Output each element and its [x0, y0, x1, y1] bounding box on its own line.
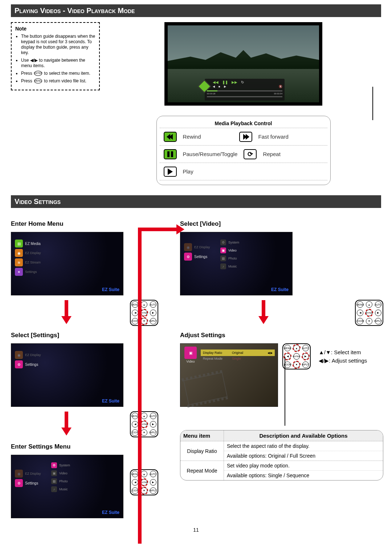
submenu-label: Photo	[228, 257, 237, 260]
ez-stream-icon: ≋	[15, 258, 23, 266]
brand-label: EZ Suite	[102, 510, 119, 515]
music-sub-icon: ♪	[220, 263, 226, 269]
brand-label: EZ Suite	[102, 287, 119, 292]
pause-label: Pause/Resume/Toggle	[181, 150, 240, 159]
setting-key: Display Ratio	[203, 351, 232, 355]
note-box: Note The button guide disappears when th…	[11, 22, 100, 90]
play-icon	[164, 167, 177, 177]
rewind-label: Rewind	[181, 132, 235, 141]
keypad-left-button: ◀	[357, 310, 363, 316]
keypad-enter-button: ENTER	[293, 353, 300, 360]
settings-gear-icon: ⚙	[15, 479, 23, 487]
home-item-label: EZ Display	[25, 251, 41, 255]
step-select-video-title: Select [Video]	[180, 220, 383, 228]
options-row-opts: Available options: Original / Full Scree…	[224, 451, 383, 461]
note-item: Press MENU to return video file list.	[21, 78, 95, 84]
keypad-left-button: ◀	[132, 479, 138, 486]
options-header-desc: Description and Available Options	[224, 430, 383, 441]
play-label: Play	[181, 167, 327, 176]
video-sub-icon: ▣	[220, 248, 226, 253]
keypad-right-button: ▶	[302, 353, 309, 360]
keypad-menu-button: MENU	[284, 345, 291, 351]
page-number: 11	[11, 527, 381, 533]
submenu-label: Video	[59, 471, 68, 475]
options-row-desc: Select the aspect ratio of the display.	[224, 441, 383, 451]
keypad-left-button: ◀	[132, 421, 138, 428]
note-item: The button guide disappears when the key…	[21, 34, 95, 56]
menu-icon: MENU	[34, 78, 42, 83]
ez-display-icon: ◉	[15, 249, 23, 257]
red-arrow-down-icon	[61, 300, 72, 326]
red-arrow-down-icon	[258, 300, 269, 326]
music-sub-icon: ♪	[51, 486, 57, 492]
osd-stop-icon: ■	[219, 85, 220, 88]
osd-rewind-icon: ◀◀	[213, 80, 219, 84]
osd-mute-icon: 🔇	[279, 85, 282, 88]
home-item-label: EZ Media	[25, 242, 41, 246]
photo-sub-icon: ▦	[51, 478, 57, 484]
brand-label: EZ Suite	[102, 398, 119, 404]
pause-icon	[164, 149, 177, 159]
rewind-icon	[164, 132, 177, 142]
options-row-name: Display Ratio	[180, 441, 224, 461]
step-adjust-settings-title: Adjust Settings	[180, 332, 383, 339]
keypad-zoom-button: ZOOM	[132, 487, 138, 494]
home-item-label: EZ Stream	[25, 261, 41, 264]
home-item-label: Settings	[25, 363, 38, 367]
keypad-input-button: INPUT	[375, 318, 381, 324]
keypad-up-button: ▲	[366, 301, 372, 308]
home-item-label: Settings	[194, 255, 207, 259]
osd-ff-icon: ▶▶	[232, 80, 237, 84]
repeat-label: Repeat	[261, 150, 315, 159]
keypad-auto-button: AUTO	[375, 301, 381, 308]
section-playback-title: Playing Videos - Video Playback Mode	[11, 4, 381, 17]
submenu-label: Photo	[59, 479, 68, 483]
keypad-up-button: ▲	[293, 345, 300, 351]
system-sub-icon: ⚙	[51, 462, 57, 468]
adjust-settings-screenshot: ▣ Video Display Ratio Original ◀ ▶ Repea…	[180, 343, 278, 407]
brand-label: EZ Suite	[271, 287, 289, 292]
step-enter-home-title: Enter Home Menu	[11, 220, 158, 228]
note-item: Use ◀/▶ to navigate between the menu ite…	[21, 58, 95, 69]
video-side-icon: ▣	[184, 347, 197, 359]
note-item: Press ENTER to select the menu item.	[21, 71, 95, 76]
red-connector	[138, 228, 185, 544]
home-menu-screenshot: ▤EZ Media ◉EZ Display ≋EZ Stream ✦Settin…	[11, 232, 123, 295]
legend-adjust: ◀/▶: Adjust settings	[319, 357, 367, 364]
osd-next-icon: ▶	[224, 85, 226, 88]
osd-pause-icon: ❚❚	[222, 80, 228, 84]
options-row-name: Repeat Mode	[180, 461, 224, 480]
dim-icon: ◉	[184, 243, 192, 251]
settings-gear-icon: ⚙	[184, 253, 192, 261]
home-item-label: Settings	[25, 270, 37, 274]
enter-settings-menu-screenshot: ◉EZ Display ⚙Settings ⚙System ▣Video ▦Ph…	[11, 455, 123, 518]
system-sub-icon: ⚙	[220, 240, 226, 245]
options-row-opts: Available options: Single / Sequence	[224, 471, 383, 480]
osd-repeat-icon: ↻	[241, 80, 244, 84]
submenu-label: System	[59, 463, 70, 467]
keypad-diagram: MENU ▲ AUTO ◀ ENTER ▶ ZOOM ▼ INPUT	[282, 343, 311, 369]
media-playback-control-table: Media Playback Control Rewind Fast forwa…	[156, 116, 331, 185]
keypad-down-button: ▼	[293, 361, 300, 368]
home-item-label: EZ Display	[194, 245, 210, 249]
repeat-icon: ⟳	[244, 149, 257, 159]
keypad-enter-button: ENTER	[366, 310, 372, 316]
photo-sub-icon: ▦	[220, 255, 226, 261]
dim-icon: ◉	[15, 470, 23, 478]
video-sub-icon: ▣	[51, 470, 57, 476]
video-playback-screenshot: ◀◀ ❚❚ ▶▶ ↻ ◀ ■ ▶ 🔇 00:00:28	[164, 22, 322, 106]
fast-forward-label: Fast forward	[256, 132, 311, 141]
submenu-label: System	[228, 241, 239, 244]
enter-icon: ENTER	[34, 71, 42, 76]
settings-gear-icon: ⚙	[15, 360, 23, 368]
keypad-menu-button: MENU	[357, 301, 363, 308]
note-heading: Note	[15, 26, 95, 32]
step-select-settings-title: Select [Settings]	[11, 332, 158, 339]
osd-time-elapsed: 00:00:28	[207, 93, 215, 95]
step-enter-settings-menu-title: Enter Settings Menu	[11, 443, 158, 450]
red-arrow-down-icon	[61, 412, 72, 437]
playback-table-title: Media Playback Control	[160, 119, 327, 128]
osd-time-total: 00:03:54	[274, 93, 282, 95]
submenu-label: Video	[228, 249, 237, 252]
keypad-zoom-button: ZOOM	[357, 318, 363, 324]
